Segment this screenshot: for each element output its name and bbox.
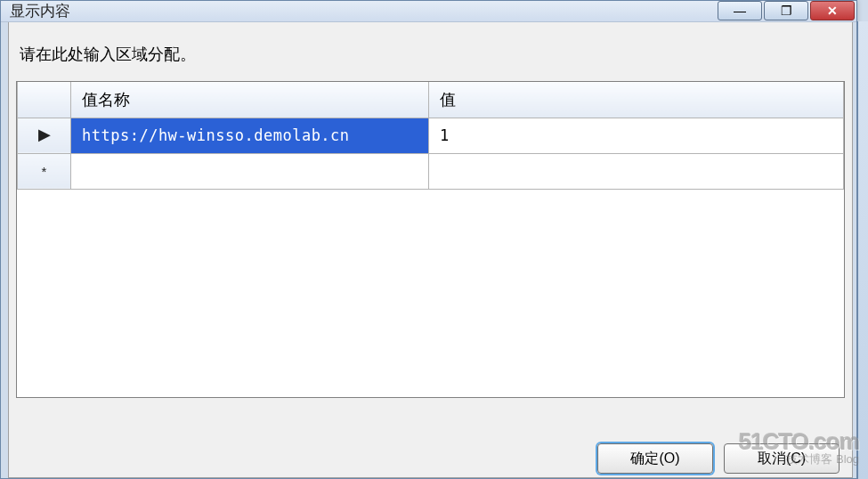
dialog-body: 请在此处输入区域分配。 值名称 值 ▶ https://hw-winsso.de… — [8, 22, 853, 478]
window-title: 显示内容 — [10, 1, 70, 22]
cancel-button[interactable]: 取消(C) — [724, 443, 840, 474]
window-controls: — ❐ ✕ — [718, 1, 856, 20]
minimize-button[interactable]: — — [718, 1, 762, 20]
column-header-value[interactable]: 值 — [429, 82, 844, 118]
new-row-icon: * — [42, 164, 47, 179]
ok-button[interactable]: 确定(O) — [597, 443, 713, 474]
cell-value[interactable] — [429, 153, 844, 189]
maximize-icon: ❐ — [781, 4, 792, 18]
dialog-window: 显示内容 — ❐ ✕ 请在此处输入区域分配。 值名称 值 ▶ https://h… — [0, 0, 857, 479]
cell-name[interactable]: https://hw-winsso.demolab.cn — [71, 118, 429, 153]
row-header-corner — [18, 82, 71, 118]
table-row[interactable]: * — [18, 153, 844, 189]
close-button[interactable]: ✕ — [810, 1, 855, 20]
table-row[interactable]: ▶ https://hw-winsso.demolab.cn 1 — [18, 118, 844, 153]
button-row: 确定(O) 取消(C) — [597, 443, 840, 474]
maximize-button[interactable]: ❐ — [764, 1, 808, 20]
titlebar[interactable]: 显示内容 — ❐ ✕ — [1, 1, 856, 22]
cell-value[interactable]: 1 — [429, 118, 844, 153]
datagrid[interactable]: 值名称 值 ▶ https://hw-winsso.demolab.cn 1 * — [16, 81, 845, 398]
cell-name[interactable] — [71, 153, 429, 189]
row-marker: ▶ — [18, 118, 71, 153]
instruction-text: 请在此处输入区域分配。 — [9, 22, 852, 81]
parent-window-edge — [857, 21, 868, 479]
close-icon: ✕ — [827, 4, 838, 18]
column-header-name[interactable]: 值名称 — [71, 82, 429, 118]
row-marker: * — [18, 153, 71, 189]
current-row-icon: ▶ — [38, 125, 51, 144]
minimize-icon: — — [734, 4, 746, 18]
